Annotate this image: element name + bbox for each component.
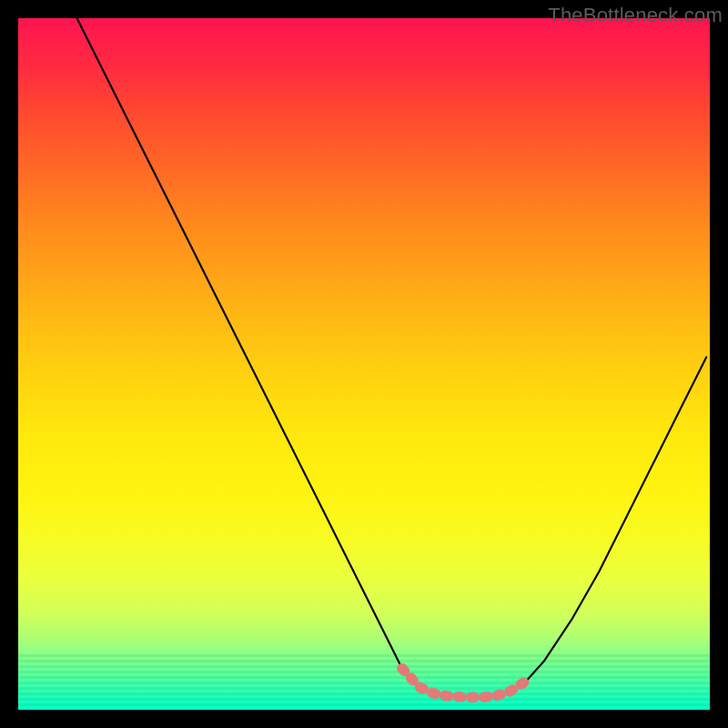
flat-region xyxy=(402,668,527,697)
watermark-text: TheBottleneck.com xyxy=(548,4,723,27)
bottleneck-curve xyxy=(77,18,707,697)
curve-overlay xyxy=(18,18,710,710)
